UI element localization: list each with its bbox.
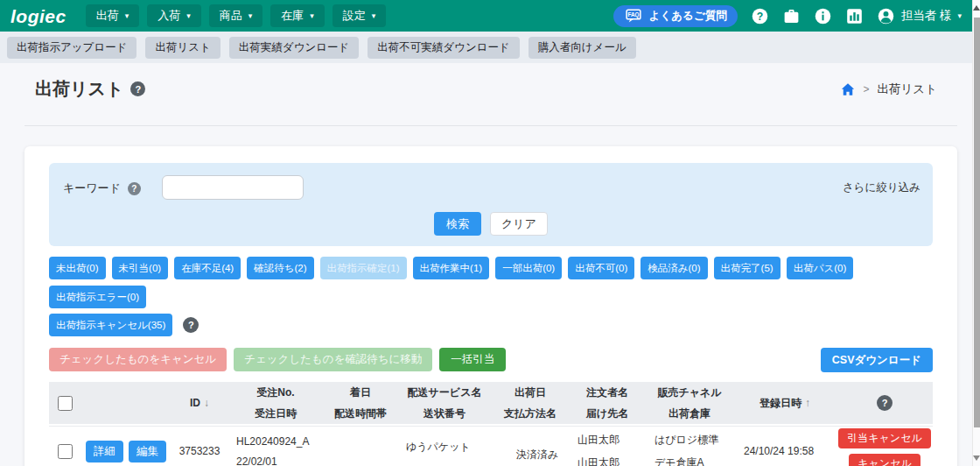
payment-method: 決済済み (516, 448, 558, 462)
sort-asc-icon: ↑ (805, 397, 810, 409)
home-icon[interactable] (840, 81, 856, 97)
keyword-help-icon[interactable]: ? (128, 182, 141, 195)
svg-text:?: ? (756, 10, 762, 22)
clear-button[interactable]: クリア (490, 212, 548, 236)
filter-not-shipped[interactable]: 未出荷(0) (49, 257, 106, 279)
cancel-checked-button[interactable]: チェックしたものをキャンセル (49, 348, 227, 371)
sales-channel: はぴロジ標準 (654, 433, 718, 448)
cell-channel: はぴロジ標準 デモ倉庫A (646, 433, 733, 466)
header-actions: ? (836, 395, 933, 411)
select-all-checkbox[interactable] (58, 396, 73, 411)
filter-completed[interactable]: 出荷完了(5) (714, 257, 780, 279)
filter-inspected[interactable]: 検品済み(0) (640, 257, 707, 279)
keyword-label: キーワード (63, 180, 121, 196)
status-filter-row-1: 未出荷(0) 未引当(0) 在庫不足(4) 確認待ち(2) 出荷指示確定(1) … (49, 257, 933, 308)
header-delivery-service: 配送サービス名 送状番号 (397, 385, 492, 421)
breadcrumb-separator: > (864, 83, 870, 95)
page-header: 出荷リスト ? > 出荷リスト (0, 77, 972, 101)
filters-help-icon[interactable]: ? (183, 317, 199, 333)
cell-registered-at: 24/10/24 19:58 (733, 445, 836, 457)
header-registered-at[interactable]: 登録日時↑ (733, 396, 836, 411)
page-title-help-icon[interactable]: ? (130, 81, 145, 96)
top-navbar: logiec 出荷▾ 入荷▾ 商品▾ 在庫▾ 設定▾ FAQ よくあるご質問 ? (0, 0, 972, 32)
menu-products[interactable]: 商品▾ (209, 4, 263, 27)
chevron-down-icon: ▾ (310, 12, 314, 20)
chevron-down-icon: ▾ (186, 12, 191, 20)
help-icon[interactable]: ? (751, 7, 769, 25)
cell-order-no: HL20240924_A 22/02/01 (228, 435, 324, 466)
filter-partially-shipped[interactable]: 一部出荷(0) (495, 257, 562, 279)
delivery-service: ゆうパケット (406, 440, 471, 455)
logiec-logo: logiec (10, 7, 66, 25)
menu-inventory[interactable]: 在庫▾ (270, 4, 325, 27)
filter-unallocated[interactable]: 未引当(0) (112, 257, 169, 279)
orderer-name: 山田太郎 (578, 433, 620, 448)
cell-ship-date: 決済済み (492, 440, 569, 462)
tab-shipping-list[interactable]: 出荷リスト (145, 37, 220, 59)
table-row: 詳細 編集 3753233 HL20240924_A 22/02/01 ゆうパケ… (49, 426, 933, 466)
menu-receiving[interactable]: 入荷▾ (147, 4, 201, 27)
menu-shipping[interactable]: 出荷▾ (86, 4, 140, 27)
keyword-input[interactable] (162, 175, 304, 200)
filter-instruction-confirmed[interactable]: 出荷指示確定(1) (320, 257, 407, 279)
user-menu[interactable]: 担当者 様 ▾ (877, 7, 962, 25)
filter-passed[interactable]: 出荷パス(0) (787, 257, 854, 279)
header-ship-date: 出荷日 支払方法名 (492, 385, 569, 421)
info-icon[interactable] (814, 7, 832, 25)
header-id[interactable]: ID↓ (172, 397, 228, 409)
tab-unshippable-results-download[interactable]: 出荷不可実績ダウンロード (368, 37, 519, 59)
chevron-down-icon: ▾ (957, 12, 962, 20)
filter-awaiting-confirmation[interactable]: 確認待ち(2) (247, 257, 313, 279)
more-filters-link[interactable]: さらに絞り込み (843, 180, 920, 195)
svg-text:FAQ: FAQ (627, 11, 639, 18)
vertical-scrollbar (972, 0, 980, 466)
csv-download-button[interactable]: CSVダウンロード (821, 348, 933, 372)
scrollbar-up-arrow-icon[interactable] (973, 5, 980, 11)
table-help-icon[interactable]: ? (877, 395, 892, 411)
cell-delivery-service: ゆうパケット (397, 440, 492, 462)
unallocate-button[interactable]: 引当キャンセル (838, 428, 930, 448)
header-arrival: 着日 配送時間帯 (324, 385, 397, 421)
filter-out-of-stock[interactable]: 在庫不足(4) (174, 257, 241, 279)
scrollbar-down-arrow-icon[interactable] (973, 455, 980, 461)
menu-settings[interactable]: 設定▾ (332, 4, 387, 27)
search-button[interactable]: 検索 (434, 212, 481, 236)
sort-desc-icon: ↓ (204, 397, 209, 409)
bulk-allocate-button[interactable]: 一括引当 (439, 348, 506, 371)
move-checked-button[interactable]: チェックしたものを確認待ちに移動 (234, 348, 432, 371)
navbar-right: FAQ よくあるご質問 ? 担当者 様 (613, 5, 962, 27)
cancel-row-button[interactable]: キャンセル (849, 454, 920, 466)
table-header: ID↓ 受注No. 受注日時 着日 配送時間帯 配送サービス名 送状番号 出荷日… (49, 382, 933, 424)
cell-orderer: 山田太郎 山田太郎 (569, 433, 646, 466)
shipping-table: ID↓ 受注No. 受注日時 着日 配送時間帯 配送サービス名 送状番号 出荷日… (49, 382, 933, 466)
cell-id: 3753233 (172, 445, 228, 457)
sub-navbar: 出荷指示アップロード 出荷リスト 出荷実績ダウンロード 出荷不可実績ダウンロード… (0, 32, 972, 63)
main-menu: 出荷▾ 入荷▾ 商品▾ 在庫▾ 設定▾ (86, 4, 387, 27)
filter-instruction-error[interactable]: 出荷指示エラー(0) (49, 286, 146, 308)
tab-shipping-instruction-upload[interactable]: 出荷指示アップロード (7, 37, 136, 59)
row-buttons-cell: 詳細 編集 (80, 441, 172, 462)
cell-row-actions: 引当キャンセル キャンセル (836, 428, 933, 466)
warehouse: デモ倉庫A (654, 455, 704, 466)
bulk-actions-row: チェックしたものをキャンセル チェックしたものを確認待ちに移動 一括引当 CSV… (49, 348, 933, 371)
order-no: HL20240924_A (236, 435, 309, 448)
filter-in-progress[interactable]: 出荷作業中(1) (413, 257, 490, 279)
header-order-no: 受注No. 受注日時 (228, 385, 324, 421)
filter-unshippable[interactable]: 出荷不可(0) (568, 257, 634, 279)
bar-chart-icon[interactable] (845, 7, 864, 25)
header-orderer: 注文者名 届け先名 (569, 385, 646, 421)
faq-button[interactable]: FAQ よくあるご質問 (613, 5, 738, 27)
filter-instruction-cancelled[interactable]: 出荷指示キャンセル(35) (49, 314, 172, 336)
tab-buyer-mail[interactable]: 購入者向けメール (528, 37, 636, 59)
order-datetime: 22/02/01 (236, 455, 277, 466)
shipping-list-card: キーワード ? さらに絞り込み 検索 クリア 未出荷(0) 未引当(0) 在庫不… (24, 146, 957, 466)
cell-arrival (324, 448, 397, 455)
detail-button[interactable]: 詳細 (86, 441, 123, 462)
edit-button[interactable]: 編集 (129, 441, 166, 462)
row-checkbox[interactable] (58, 444, 73, 459)
user-name: 担当者 様 (901, 8, 952, 24)
scrollbar-thumb[interactable] (974, 18, 980, 427)
briefcase-icon[interactable] (782, 7, 801, 25)
tab-shipping-results-download[interactable]: 出荷実績ダウンロード (229, 37, 359, 59)
faq-bubble-icon: FAQ (624, 8, 643, 24)
